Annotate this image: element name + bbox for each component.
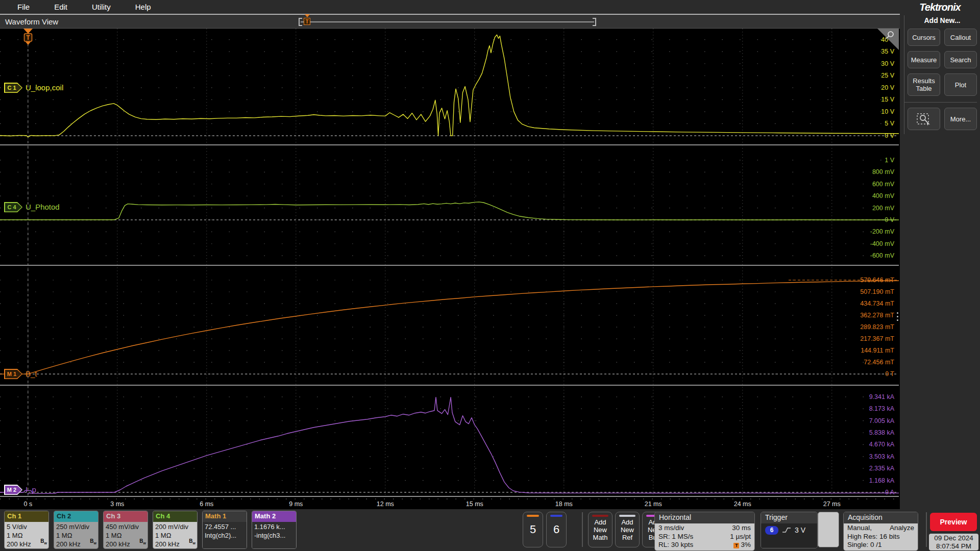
ch4-axis-tick: 1 V	[885, 157, 894, 164]
plot-button[interactable]: Plot	[944, 73, 977, 96]
card-header: Ch 1	[5, 511, 48, 522]
ch4-channel-badge[interactable]: C 4	[4, 202, 22, 212]
add-new-math-label: Add New Math	[590, 518, 610, 541]
card-header: Math 2	[252, 511, 296, 522]
search-button[interactable]: Search	[944, 51, 977, 68]
math1-axis-tick: 217.367 mT	[860, 335, 894, 342]
math2-axis-tick: 5.838 kA	[869, 429, 895, 436]
channel-card-ch1[interactable]: Ch 15 V/div1 MΩ200 kHzBw	[4, 511, 49, 549]
channel-5-label: 5	[530, 523, 536, 536]
menu-utility[interactable]: Utility	[80, 3, 123, 11]
card-body: 1.1676 k...-intg(ch3...	[252, 522, 296, 549]
ch1-axis-tick: 35 V	[881, 48, 894, 55]
minimap-right-bracket[interactable]	[593, 18, 596, 26]
time-axis-tick: 9 ms	[289, 500, 303, 508]
zoom-select-button[interactable]	[908, 108, 940, 130]
ch1-axis-tick: 20 V	[881, 84, 894, 91]
minimap-trigger-icon[interactable]: T	[304, 18, 310, 25]
waveform-title: Waveform View	[5, 17, 58, 26]
trigger-panel[interactable]: Trigger 6 3 V	[761, 512, 818, 548]
ch4-axis-tick: 0 V	[885, 216, 894, 223]
ch1-axis-tick: 15 V	[881, 96, 894, 103]
ch1-channel-badge[interactable]: C 1	[4, 83, 22, 93]
menu-help[interactable]: Help	[123, 3, 163, 11]
channel-card-math2[interactable]: Math 21.1676 k...-intg(ch3...	[252, 511, 297, 549]
time-axis-tick: 0 s	[23, 500, 32, 508]
horizontal-panel[interactable]: Horizontal 3 ms/div30 ms SR: 1 MS/s1 µs/…	[654, 512, 755, 551]
group-divider	[904, 102, 977, 103]
math2-channel-badge[interactable]: M 2	[4, 485, 22, 495]
main-row: File Edit Utility Help Waveform View T 4…	[0, 0, 980, 509]
bandwidth-limit-icon: Bw	[40, 537, 47, 547]
math1-channel-badge[interactable]: M 1	[4, 369, 22, 379]
bottom-divider-2	[926, 512, 927, 547]
ch4-axis-tick: -400 mV	[870, 240, 895, 247]
card-body: 250 mV/div1 MΩ200 kHzBw	[54, 522, 98, 549]
trigger-source-badge: 6	[765, 526, 778, 535]
card-header: Ch 3	[104, 511, 148, 522]
scope-graticule: 40 V35 V30 V25 V20 V15 V10 V5 V0 V1 V800…	[0, 29, 899, 509]
math1-axis-tick: 0 T	[885, 370, 894, 378]
measure-button[interactable]: Measure	[908, 51, 940, 68]
ch4-axis-tick: 800 mV	[872, 168, 895, 176]
time-axis-tick: 15 ms	[466, 500, 483, 508]
channel-card-ch3[interactable]: Ch 3450 mV/div1 MΩ200 kHzBw	[103, 511, 148, 549]
bandwidth-limit-icon: Bw	[189, 537, 195, 547]
math2-axis-tick: 3.503 kA	[869, 453, 895, 460]
waveform-window: Waveform View T 40 V35 V30 V25 V20 V15 V…	[0, 14, 900, 509]
channel-card-ch4[interactable]: Ch 4200 mV/div1 MΩ200 kHzBw	[153, 511, 198, 549]
results-table-button[interactable]: Results Table	[908, 73, 940, 96]
menu-file[interactable]: File	[5, 3, 42, 11]
zoom-select-icon	[916, 112, 932, 126]
trigger-position-icon: T	[733, 543, 739, 548]
more-button[interactable]: More...	[944, 108, 977, 130]
bottom-bar: Ch 15 V/div1 MΩ200 kHzBwCh 2250 mV/div1 …	[0, 509, 980, 551]
waveform-plot-area[interactable]: 40 V35 V30 V25 V20 V15 V10 V5 V0 V1 V800…	[0, 29, 900, 509]
trace-ch4	[0, 202, 899, 220]
horizontal-trigger-pos: T3%	[733, 541, 751, 549]
math1-axis-tick: 434.734 mT	[860, 300, 894, 307]
math2-trace-label[interactable]: I_p	[26, 485, 36, 495]
add-new-ref-button[interactable]: Add New Ref	[615, 512, 640, 547]
math1-axis-tick: 72.456 mT	[864, 359, 894, 366]
minimap-left-bracket[interactable]	[299, 18, 302, 26]
math2-axis-tick: 0 A	[885, 489, 895, 496]
rising-edge-icon	[782, 526, 791, 534]
horizontal-sample-rate: SR: 1 MS/s	[658, 533, 693, 541]
time-axis-tick: 3 ms	[110, 500, 124, 508]
math1-axis-tick: 507.190 mT	[860, 288, 894, 295]
channel-6-label: 6	[553, 523, 559, 536]
time-axis-tick: 18 ms	[555, 500, 573, 508]
trace-ch1	[0, 35, 899, 137]
math2-axis-tick: 1.168 kA	[869, 477, 895, 484]
bottom-divider-1	[582, 512, 583, 547]
math1-trace-label[interactable]: B_t	[26, 369, 37, 379]
panel-splitter-handle[interactable]	[897, 312, 898, 321]
horizontal-title: Horizontal	[655, 512, 754, 523]
channel-card-ch2[interactable]: Ch 2250 mV/div1 MΩ200 kHzBw	[54, 511, 99, 549]
channel-card-math1[interactable]: Math 172.4557 ...Intg(ch2)...	[202, 511, 247, 549]
time-label: 8:07:54 PM	[929, 542, 978, 550]
ch1-trace-label[interactable]: U_loop,coil	[26, 83, 63, 93]
card-body: 450 mV/div1 MΩ200 kHzBw	[104, 522, 148, 549]
channel-6-button[interactable]: 6	[546, 512, 567, 547]
acquisition-resolution: High Res: 16 bits	[847, 533, 900, 541]
channel-5-button[interactable]: 5	[523, 512, 543, 547]
preview-button[interactable]: Preview	[930, 513, 977, 531]
channel-cards: Ch 15 V/div1 MΩ200 kHzBwCh 2250 mV/div1 …	[4, 511, 297, 549]
ch4-trace-label[interactable]: U_Photod	[26, 202, 60, 212]
horizontal-record-length: RL: 30 kpts	[658, 541, 693, 549]
menu-edit[interactable]: Edit	[42, 3, 80, 11]
record-minimap[interactable]: T	[299, 17, 596, 27]
acquisition-panel[interactable]: Acquisition Manual,Analyze High Res: 16 …	[843, 512, 918, 551]
acquisition-analyze: Analyze	[890, 524, 914, 533]
add-new-group: Add New... Cursors Callout Measure Searc…	[904, 15, 978, 134]
ch1-axis-tick: 25 V	[881, 72, 894, 79]
trigger-level: 3 V	[795, 526, 805, 535]
add-new-math-button[interactable]: Add New Math	[588, 512, 612, 547]
cursors-button[interactable]: Cursors	[908, 29, 940, 46]
callout-button[interactable]: Callout	[944, 29, 977, 46]
ch4-axis-tick: 600 mV	[872, 181, 895, 188]
card-body: 72.4557 ...Intg(ch2)...	[203, 522, 247, 549]
time-axis-tick: 24 ms	[734, 500, 751, 508]
